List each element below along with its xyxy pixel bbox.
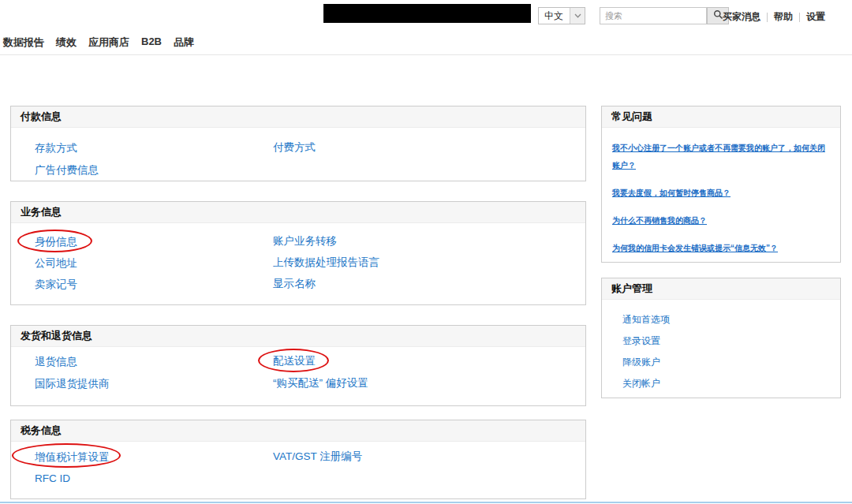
link-intl-return-providers[interactable]: 国际退货提供商: [35, 378, 110, 390]
top-right-links: 买家消息 帮助 设置: [723, 10, 825, 24]
faq-link-credit-card-error-question[interactable]: 为何我的信用卡会发生错误或提示“信息无效”？: [612, 240, 832, 257]
link-identity-info[interactable]: 身份信息: [35, 236, 77, 248]
nav-item-performance[interactable]: 绩效: [56, 35, 77, 50]
link-return-info[interactable]: 退货信息: [35, 356, 77, 368]
help-link[interactable]: 帮助: [774, 10, 793, 24]
panel-row: 卖家记号 显示名称: [11, 273, 585, 294]
panel-account-title: 账户管理: [602, 278, 840, 300]
buyer-messages-link[interactable]: 买家消息: [723, 10, 760, 24]
separator: [767, 13, 768, 22]
main-nav: 数据报告 绩效 应用商店 B2B 品牌: [3, 35, 194, 50]
chevron-down-icon: [570, 8, 585, 24]
nav-item-appstore[interactable]: 应用商店: [88, 35, 129, 50]
link-buy-shipping-preferences[interactable]: “购买配送” 偏好设置: [273, 372, 368, 394]
panel-payment-info: 付款信息 存款方式 付费方式 广告付费信息: [10, 106, 586, 181]
panel-payment-body: 存款方式 付费方式 广告付费信息: [11, 128, 585, 181]
panel-account-management: 账户管理 通知首选项 登录设置 降级账户 关闭帐户: [601, 278, 841, 398]
link-vat-gst-numbers[interactable]: VAT/GST 注册编号: [273, 446, 362, 467]
separator: [799, 13, 800, 22]
search-icon: [713, 9, 723, 22]
panel-tax-title: 税务信息: [11, 420, 585, 442]
link-vat-calculation-settings[interactable]: 增值税计算设置: [35, 451, 110, 463]
panel-row: 广告付费信息: [11, 159, 585, 181]
search-input[interactable]: [600, 7, 707, 24]
faq-link-close-account-question[interactable]: 我不小心注册了一个账户或者不再需要我的账户了，如何关闭账户？: [612, 140, 832, 174]
panel-business-title: 业务信息: [11, 202, 585, 223]
link-close-account[interactable]: 关闭帐户: [602, 373, 840, 394]
panel-business-info: 业务信息 身份信息 账户业务转移 公司地址 上传数据处理报告语言 卖家记号 显示…: [10, 201, 586, 305]
panel-tax-info: 税务信息 增值税计算设置 VAT/GST 注册编号 RFC ID: [10, 420, 586, 499]
nav-item-b2b[interactable]: B2B: [141, 35, 162, 50]
window-bottom-edge: [0, 502, 852, 503]
top-bar: 中文 买家消息 帮助 设置: [0, 0, 852, 32]
panel-faq: 常见问题 我不小心注册了一个账户或者不再需要我的账户了，如何关闭账户？ 我要去度…: [601, 106, 841, 263]
panel-tax-body: 增值税计算设置 VAT/GST 注册编号 RFC ID: [11, 442, 585, 488]
panel-account-body: 通知首选项 登录设置 降级账户 关闭帐户: [602, 300, 840, 394]
faq-link-not-selling-question[interactable]: 为什么不再销售我的商品？: [612, 212, 832, 230]
panel-row: 公司地址 上传数据处理报告语言: [11, 252, 585, 273]
link-advertising-payment-info[interactable]: 广告付费信息: [35, 164, 99, 176]
settings-link[interactable]: 设置: [806, 10, 825, 24]
link-account-transfer[interactable]: 账户业务转移: [273, 230, 337, 252]
faq-link-vacation-question[interactable]: 我要去度假，如何暂时停售商品？: [612, 185, 832, 202]
language-selector-value: 中文: [539, 9, 570, 23]
language-selector[interactable]: 中文: [538, 7, 585, 24]
panel-row: 退货信息 配送设置: [11, 350, 585, 372]
link-charge-methods[interactable]: 付费方式: [273, 136, 316, 159]
link-company-address[interactable]: 公司地址: [35, 257, 77, 269]
panel-business-body: 身份信息 账户业务转移 公司地址 上传数据处理报告语言 卖家记号 显示名称: [11, 223, 585, 294]
nav-item-reports[interactable]: 数据报告: [3, 35, 44, 50]
panel-payment-title: 付款信息: [11, 106, 585, 128]
panel-shipping-returns: 发货和退货信息 退货信息 配送设置 国际退货提供商 “购买配送” 偏好设置: [10, 325, 586, 406]
link-rfc-id[interactable]: RFC ID: [35, 472, 70, 484]
panel-faq-title: 常见问题: [602, 106, 840, 128]
redacted-account-info: [323, 4, 531, 23]
link-downgrade-account[interactable]: 降级账户: [602, 352, 840, 373]
settings-page: 中文 买家消息 帮助 设置 数据报告 绩效 应用商店 B2B 品牌 付款信息: [0, 0, 852, 504]
link-login-settings[interactable]: 登录设置: [602, 330, 840, 352]
panel-shipping-body: 退货信息 配送设置 国际退货提供商 “购买配送” 偏好设置: [11, 347, 585, 394]
panel-row: 存款方式 付费方式: [11, 136, 585, 159]
panel-row: 身份信息 账户业务转移: [11, 230, 585, 252]
link-notification-preferences[interactable]: 通知首选项: [602, 309, 840, 330]
link-deposit-methods[interactable]: 存款方式: [35, 142, 77, 154]
panel-row: RFC ID: [11, 467, 585, 488]
nav-item-brands[interactable]: 品牌: [174, 35, 194, 50]
panel-faq-body: 我不小心注册了一个账户或者不再需要我的账户了，如何关闭账户？ 我要去度假，如何暂…: [602, 128, 840, 257]
nav-divider: [0, 54, 852, 55]
link-seller-token[interactable]: 卖家记号: [35, 278, 77, 290]
link-display-name[interactable]: 显示名称: [273, 273, 316, 294]
panel-row: 增值税计算设置 VAT/GST 注册编号: [11, 446, 585, 467]
link-shipping-settings[interactable]: 配送设置: [273, 350, 316, 372]
link-report-language[interactable]: 上传数据处理报告语言: [273, 252, 379, 273]
panel-shipping-title: 发货和退货信息: [11, 326, 585, 347]
panel-row: 国际退货提供商 “购买配送” 偏好设置: [11, 372, 585, 394]
